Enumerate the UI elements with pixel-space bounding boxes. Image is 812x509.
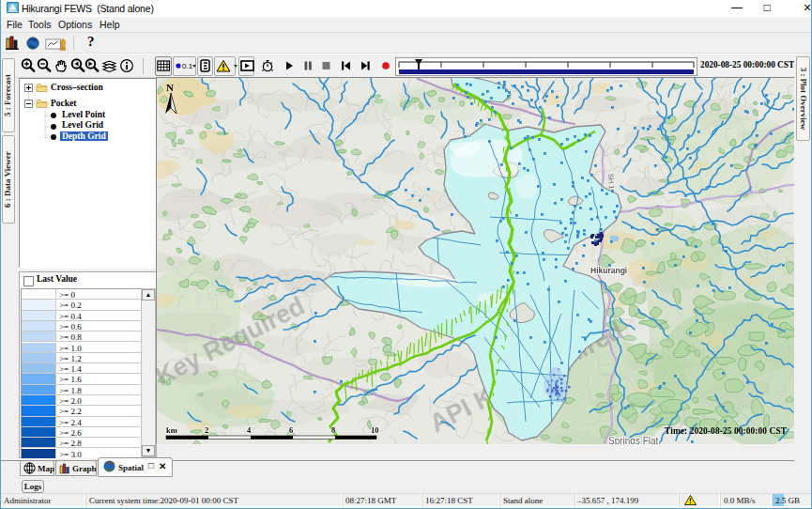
svg-text:0.1: 0.1 xyxy=(182,62,193,70)
svg-text:10: 10 xyxy=(371,425,379,435)
svg-text:Hikurangi: Hikurangi xyxy=(590,266,627,275)
svg-text:N: N xyxy=(166,82,174,93)
svg-text:Springs Flat: Springs Flat xyxy=(608,436,659,444)
svg-text:8: 8 xyxy=(331,425,335,435)
svg-text:Time: 2020-08-25 00:00:00 CST: Time: 2020-08-25 00:00:00 CST xyxy=(665,426,788,436)
svg-text:km: km xyxy=(166,425,177,435)
svg-text:6: 6 xyxy=(289,425,293,435)
svg-text:SH 1: SH 1 xyxy=(606,174,616,190)
svg-text:2: 2 xyxy=(205,425,208,435)
